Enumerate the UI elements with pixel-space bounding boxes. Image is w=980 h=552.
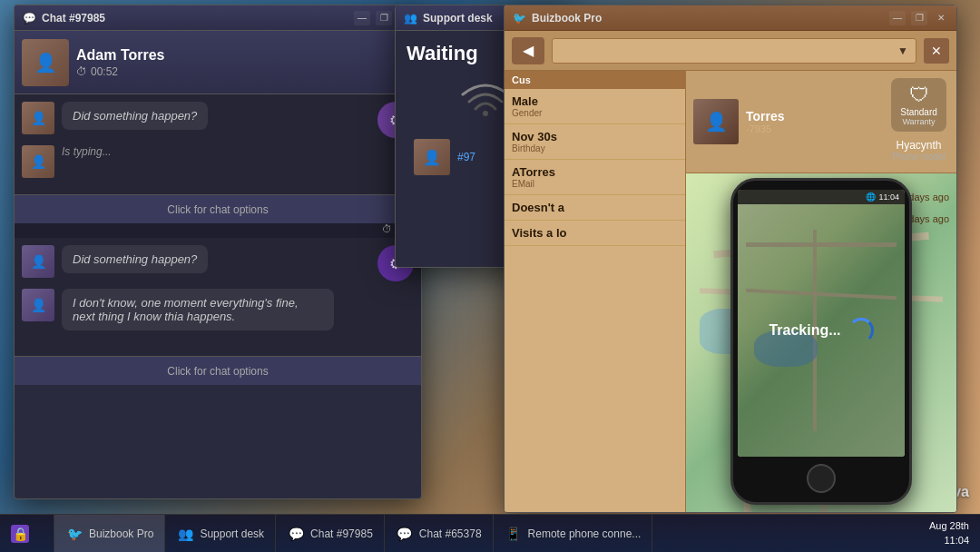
taskbar-chat1[interactable]: 💬 Chat #97985	[276, 515, 385, 553]
email-label: EMail	[512, 179, 678, 189]
buizbook-window[interactable]: 🐦 Buizbook Pro — ❐ ✕ ◀ ▼ ✕ Cus Male Gend…	[504, 5, 957, 513]
buizbook-title-text: Buizbook Pro	[532, 12, 884, 25]
chat-section-2: ⏱ 01:32 👤 Did something happen? ⚙ 👤 I do…	[15, 223, 421, 385]
contact-id: -7935	[746, 123, 881, 134]
message-row-3: 👤 I don't know, one moment everything's …	[22, 289, 414, 330]
buizbook-content: Cus Male Gender Nov 30s Birthday ATorres…	[505, 71, 956, 512]
timer-icon: ⏱	[76, 65, 87, 78]
warranty-section: 🛡 Standard Warranty Hyacynth Phone model	[888, 78, 949, 165]
tracking-overlay: Tracking...	[738, 204, 905, 457]
taskbar-system[interactable]: 🔒	[0, 515, 54, 553]
msg-avatar-typing: 👤	[22, 145, 54, 178]
contact-info: Adam Torres ⏱ 00:52	[76, 47, 414, 78]
field1-value: Doesn't a	[512, 201, 678, 214]
taskbar-chat2[interactable]: 💬 Chat #65378	[385, 515, 494, 553]
message-row-2: 👤 Did something happen? ⚙	[22, 245, 414, 281]
support-taskbar-icon: 👥	[176, 525, 194, 543]
msg-bubble-2: Did something happen?	[62, 245, 208, 273]
clock-time: 11:04	[929, 534, 969, 547]
warranty-sublabel: Warranty	[902, 117, 935, 126]
chat2-taskbar-label: Chat #65378	[419, 527, 482, 540]
buizbook-title-icon: 🐦	[512, 11, 526, 25]
buizbook-left-panel: Cus Male Gender Nov 30s Birthday ATorres…	[505, 71, 686, 512]
contact-header: 👤 Torres -7935 🛡 Standard Warranty Hyacy…	[686, 71, 956, 173]
remote-taskbar-icon: 📱	[505, 525, 523, 543]
tracking-spinner	[848, 318, 874, 343]
section-header: Cus	[505, 71, 685, 89]
taskbar-remote[interactable]: 📱 Remote phone conne...	[494, 515, 653, 553]
taskbar-clock: Aug 28th 11:04	[918, 519, 980, 547]
field2: Visits a lo	[505, 221, 685, 246]
caller-id: #97	[457, 151, 475, 163]
remote-taskbar-label: Remote phone conne...	[528, 527, 642, 540]
gender-field: Male Gender	[505, 89, 685, 124]
phone-home-button[interactable]	[807, 464, 836, 493]
contact-details: Torres -7935	[746, 109, 881, 134]
maximize-button[interactable]: ❐	[376, 11, 392, 25]
chat1-taskbar-icon: 💬	[287, 525, 305, 543]
phone-model-section: Hyacynth Phone model	[888, 135, 949, 165]
chat-titlebar: 💬 Chat #97985 — ❐ ✕	[15, 5, 421, 31]
phone-model-label: Phone model	[892, 152, 946, 162]
nav-dropdown[interactable]: ▼	[552, 38, 916, 64]
chat1-taskbar-label: Chat #97985	[310, 527, 373, 540]
taskbar-buizbook[interactable]: 🐦 Buizbook Pro	[54, 515, 165, 553]
buizbook-taskbar-label: Buizbook Pro	[89, 527, 153, 540]
email-field: ATorres EMail	[505, 160, 685, 195]
contact-photo: 👤	[693, 99, 739, 144]
nav-back-button[interactable]: ◀	[512, 37, 544, 64]
phone-map: Tracking...	[738, 204, 905, 457]
caller-info: #97	[457, 151, 475, 163]
chat-timer-2: ⏱ 01:32	[15, 223, 421, 234]
gender-label: Gender	[512, 108, 678, 118]
gender-value: Male	[512, 94, 678, 108]
phone-screen: 🌐 11:04 Tracking...	[738, 190, 905, 457]
system-icon: 🔒	[11, 525, 29, 543]
chat-title-text: Chat #97985	[42, 12, 348, 25]
msg-bubble-1: Did something happen?	[62, 102, 208, 130]
msg-avatar-1: 👤	[22, 102, 54, 134]
chat-title-icon: 💬	[22, 11, 36, 25]
taskbar-support[interactable]: 👥 Support desk	[165, 515, 276, 553]
chat-options-button-2[interactable]: Click for chat options	[15, 356, 421, 385]
buizbook-taskbar-icon: 🐦	[65, 525, 83, 543]
warranty-badge: 🛡 Standard Warranty	[891, 78, 946, 132]
phone-model-value: Hyacynth	[892, 139, 946, 152]
buizbook-maximize-button[interactable]: ❐	[911, 11, 927, 25]
chat2-taskbar-icon: 💬	[396, 525, 414, 543]
clock-date: Aug 28th	[929, 519, 969, 533]
email-value: ATorres	[512, 165, 678, 179]
buizbook-close-button[interactable]: ✕	[933, 11, 949, 25]
globe-icon: 🌐	[866, 192, 876, 202]
birthday-value: Nov 30s	[512, 130, 678, 143]
chat-messages-1: 👤 Did something happen? ⚙ 👤 Is typing...	[15, 94, 421, 194]
chat-window[interactable]: 💬 Chat #97985 — ❐ ✕ 👤 Adam Torres ⏱ 00:5…	[14, 5, 422, 499]
svg-point-0	[483, 111, 488, 116]
chat-messages-2: 👤 Did something happen? ⚙ 👤 I don't know…	[15, 238, 421, 356]
tracking-text: Tracking...	[769, 322, 840, 339]
minimize-button[interactable]: —	[354, 11, 370, 25]
buizbook-minimize-button[interactable]: —	[889, 11, 906, 25]
typing-indicator: Is typing...	[62, 145, 112, 158]
msg-bubble-3: I don't know, one moment everything's fi…	[62, 289, 334, 330]
caller-avatar: 👤	[414, 139, 450, 175]
typing-row: 👤 Is typing...	[22, 145, 414, 178]
timer-icon-2: ⏱	[382, 223, 392, 234]
warranty-label: Standard	[900, 107, 937, 117]
birthday-field: Nov 30s Birthday	[505, 124, 685, 160]
birthday-label: Birthday	[512, 143, 678, 153]
chat-timer-1: ⏱ 00:52	[76, 65, 414, 78]
status-time: 11:04	[878, 192, 899, 202]
contact-full-name: Torres	[746, 109, 881, 123]
msg-avatar-3: 👤	[22, 289, 54, 321]
msg-avatar-2: 👤	[22, 245, 54, 278]
field1: Doesn't a	[505, 195, 685, 221]
support-taskbar-label: Support desk	[200, 527, 264, 540]
contact-avatar: 👤	[22, 39, 69, 86]
support-title-icon: 👥	[403, 11, 417, 25]
field2-value: Visits a lo	[512, 226, 678, 240]
contact-name: Adam Torres	[76, 47, 414, 64]
phone-status-bar: 🌐 11:04	[738, 190, 905, 204]
chat-options-button-1[interactable]: Click for chat options	[15, 194, 421, 223]
nav-x-button[interactable]: ✕	[924, 38, 949, 64]
